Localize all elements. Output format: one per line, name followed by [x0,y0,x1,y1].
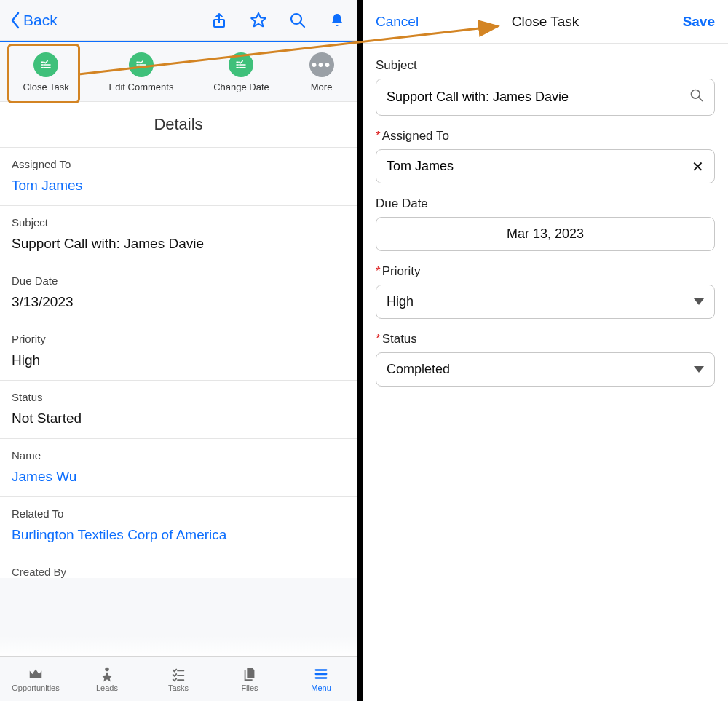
field-value-link[interactable]: James Wu [12,469,345,485]
nav-header: Back [0,0,357,41]
edit-header: Cancel Close Task Save [363,0,728,44]
action-edit-comments[interactable]: Edit Comments [109,52,174,92]
back-button[interactable]: Back [10,12,58,29]
form-group-priority: *Priority High [376,264,715,319]
field-value: Support Call with: James Davie [12,236,345,252]
search-icon[interactable] [288,11,307,30]
action-label: Change Date [213,82,269,92]
field-value-link[interactable]: Tom James [12,178,345,194]
nav-icons [210,11,347,30]
chevron-down-icon [694,366,704,373]
field-label: Related To [12,507,345,520]
panel-divider [357,0,363,701]
field-value: 3/13/2023 [12,294,345,310]
field-value: Not Started [12,411,345,427]
action-close-task[interactable]: Close Task [23,52,68,92]
form-label: Subject [376,58,715,73]
field-related-to: Related To Burlington Textiles Corp of A… [0,497,357,555]
status-value: Completed [387,362,450,377]
field-status: Status Not Started [0,381,357,439]
tab-tasks[interactable]: Tasks [143,657,214,701]
priority-select[interactable]: High [376,285,715,319]
tab-label: Leads [96,684,118,692]
action-more[interactable]: ••• More [309,52,334,92]
svg-line-2 [300,23,304,27]
form-label: *Priority [376,264,715,279]
section-title: Details [0,102,357,148]
edit-panel: Cancel Close Task Save Subject *Assigned… [363,0,728,701]
form-group-assigned: *Assigned To ✕ [376,129,715,183]
due-date-value: Mar 13, 2023 [507,226,584,242]
field-label: Name [12,449,345,462]
more-dots-icon: ••• [309,52,334,77]
star-icon[interactable] [249,11,268,30]
form-label: Due Date [376,197,715,211]
menu-icon [312,666,330,682]
close-task-form: Subject *Assigned To ✕ Due Date Mar 13, … [363,44,728,401]
subject-lookup[interactable] [376,79,715,116]
field-label: Due Date [12,274,345,287]
tab-label: Opportunities [12,684,59,692]
fade-overlay [0,635,357,657]
tab-label: Tasks [168,684,189,692]
clear-icon[interactable]: ✕ [692,159,704,174]
field-value: High [12,352,345,368]
field-due-date: Due Date 3/13/2023 [0,264,357,322]
field-value-link[interactable]: Burlington Textiles Corp of America [12,527,345,543]
tab-label: Files [241,684,258,692]
field-priority: Priority High [0,322,357,381]
field-label: Status [12,391,345,403]
search-icon[interactable] [689,88,704,106]
tab-opportunities[interactable]: Opportunities [0,657,71,701]
tab-files[interactable]: Files [214,657,285,701]
action-change-date[interactable]: Change Date [213,52,269,92]
due-date-picker[interactable]: Mar 13, 2023 [376,217,715,251]
svg-line-5 [699,98,703,101]
tab-leads[interactable]: Leads [71,657,143,701]
share-icon[interactable] [210,11,229,30]
files-icon [241,666,258,682]
svg-point-3 [105,667,109,671]
save-button[interactable]: Save [683,14,715,30]
action-label: Close Task [23,82,68,92]
cancel-button[interactable]: Cancel [376,14,419,30]
task-check-icon [129,52,154,77]
form-label: *Status [376,332,715,346]
form-group-due-date: Due Date Mar 13, 2023 [376,197,715,251]
back-label: Back [23,12,58,29]
tab-bar: Opportunities Leads Tasks Files Menu [0,656,357,701]
actions-row: Close Task Edit Comments Change Date •••… [0,41,357,102]
checklist-icon [170,666,187,682]
field-subject: Subject Support Call with: James Davie [0,206,357,264]
crown-icon [27,666,44,682]
form-group-status: *Status Completed [376,332,715,387]
assigned-input[interactable] [387,159,692,174]
bell-icon[interactable] [328,11,347,30]
form-label: *Assigned To [376,129,715,143]
field-label: Priority [12,333,345,345]
field-assigned-to: Assigned To Tom James [0,148,357,206]
field-name: Name James Wu [0,439,357,497]
chevron-left-icon [10,12,20,29]
priority-value: High [387,294,414,309]
tab-label: Menu [311,684,331,692]
task-check-icon [33,52,58,77]
field-label: Subject [12,216,345,229]
form-group-subject: Subject [376,58,715,116]
task-check-icon [229,52,253,77]
person-star-icon [98,666,116,682]
status-select[interactable]: Completed [376,352,715,387]
assigned-lookup[interactable]: ✕ [376,149,715,183]
details-panel: Back Close Task [0,0,357,701]
field-label: Assigned To [12,158,345,170]
tab-menu[interactable]: Menu [285,657,357,701]
field-created-by-cutoff: Created By [0,555,357,578]
subject-input[interactable] [387,90,689,105]
action-label: Edit Comments [109,82,174,92]
chevron-down-icon [694,298,704,305]
action-label: More [311,82,333,92]
